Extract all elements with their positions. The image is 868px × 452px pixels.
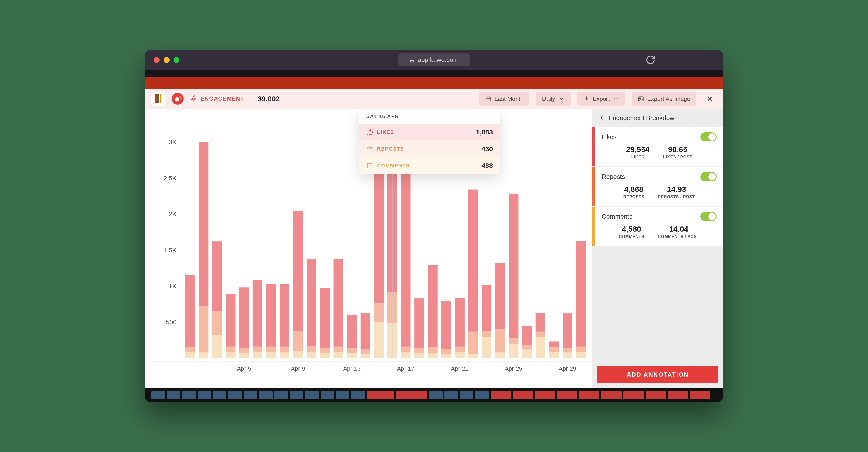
export-image-button[interactable]: Export As Image: [632, 92, 696, 105]
minimize-window-dot[interactable]: [164, 57, 169, 63]
svg-rect-34: [253, 347, 262, 353]
chart-zone: SAT 16 APR LIKES 1,883 REPOSTS 430 COMME…: [145, 109, 592, 388]
svg-rect-95: [522, 326, 532, 345]
mini-block: [305, 391, 319, 399]
svg-rect-28: [226, 347, 236, 353]
app-header: ENGAGEMENT 39,002 Last Month Daily Expor…: [145, 89, 723, 109]
svg-rect-29: [226, 294, 236, 347]
svg-rect-104: [563, 314, 572, 348]
toggle-reposts[interactable]: [700, 172, 717, 181]
svg-rect-76: [441, 349, 451, 354]
svg-rect-69: [414, 353, 424, 358]
toggle-likes[interactable]: [700, 132, 717, 141]
metric-card-reposts: Reposts 4,868 REPOSTS 14.93 REPOSTS / PO…: [592, 167, 723, 206]
reposts-avg: 14.93: [658, 185, 695, 194]
svg-point-4: [640, 98, 641, 99]
app-body: SAT 16 APR LIKES 1,883 REPOSTS 430 COMME…: [145, 109, 723, 388]
mini-block: [167, 391, 180, 399]
close-window-dot[interactable]: [154, 57, 160, 63]
reload-icon[interactable]: [646, 55, 655, 65]
engagement-chart[interactable]: SAT 16 APR LIKES 1,883 REPOSTS 430 COMME…: [145, 109, 592, 388]
svg-rect-93: [522, 350, 532, 358]
toggle-comments[interactable]: [700, 212, 717, 221]
svg-text:3K: 3K: [169, 138, 177, 146]
svg-rect-68: [401, 168, 411, 347]
svg-rect-53: [334, 259, 343, 347]
like-icon: [366, 129, 373, 136]
svg-rect-3: [639, 97, 643, 101]
svg-rect-22: [199, 306, 209, 352]
mini-block: [351, 391, 365, 399]
svg-rect-90: [508, 344, 518, 358]
mini-timeline: [145, 388, 723, 402]
mini-block: [197, 391, 211, 399]
export-button[interactable]: Export: [577, 92, 625, 105]
svg-rect-44: [293, 211, 303, 331]
granularity-select[interactable]: Daily: [536, 92, 570, 105]
svg-text:Apr 13: Apr 13: [343, 365, 361, 372]
svg-rect-83: [468, 190, 478, 331]
svg-rect-41: [280, 284, 289, 347]
site-top-bar: [145, 77, 723, 89]
svg-rect-62: [374, 156, 383, 302]
lock-icon: [410, 57, 414, 62]
mini-block: [557, 391, 577, 399]
image-icon: [638, 96, 644, 102]
svg-rect-30: [239, 353, 249, 358]
mini-block: [367, 391, 394, 399]
svg-rect-75: [441, 354, 451, 358]
svg-rect-19: [185, 347, 195, 352]
address-bar[interactable]: app.kawo.com: [398, 53, 470, 66]
svg-rect-70: [414, 348, 424, 353]
svg-rect-77: [441, 301, 451, 349]
svg-rect-49: [320, 348, 330, 353]
svg-rect-47: [307, 259, 316, 346]
weibo-icon: [172, 93, 184, 105]
svg-text:Apr 17: Apr 17: [397, 365, 414, 372]
close-icon: [706, 95, 713, 102]
svg-text:Apr 5: Apr 5: [237, 365, 251, 372]
mini-block: [444, 391, 458, 399]
svg-rect-94: [522, 345, 532, 349]
mini-block: [475, 391, 489, 399]
comments-total: 4,580: [619, 225, 644, 233]
svg-rect-73: [428, 347, 438, 353]
svg-point-1: [175, 97, 179, 102]
add-annotation-button[interactable]: ADD ANNOTATION: [597, 366, 718, 383]
mini-block: [151, 391, 165, 399]
brand-logo: [151, 92, 165, 105]
svg-rect-59: [361, 314, 370, 349]
svg-rect-78: [455, 352, 465, 358]
side-panel-header[interactable]: Engagement Breakdown: [592, 109, 723, 127]
reposts-total: 4,868: [623, 185, 644, 194]
svg-rect-103: [563, 348, 572, 352]
svg-rect-71: [414, 298, 424, 348]
svg-rect-55: [347, 348, 357, 353]
mini-block: [396, 391, 427, 399]
mini-block: [244, 391, 257, 399]
likes-avg: 90.65: [663, 145, 692, 154]
svg-rect-79: [455, 347, 465, 353]
mini-block: [668, 391, 688, 399]
mini-block: [690, 391, 710, 399]
svg-text:Apr 9: Apr 9: [291, 365, 305, 372]
tooltip-row-reposts: REPOSTS 430: [360, 140, 500, 157]
mini-block: [513, 391, 533, 399]
mini-block: [460, 391, 473, 399]
repost-icon: [366, 146, 373, 152]
zoom-window-dot[interactable]: [174, 57, 180, 63]
svg-rect-60: [374, 322, 383, 358]
close-panel-button[interactable]: [703, 92, 717, 105]
svg-rect-26: [212, 241, 222, 311]
mini-block: [213, 391, 226, 399]
svg-rect-52: [334, 347, 343, 353]
mini-block: [290, 391, 303, 399]
svg-rect-36: [266, 352, 276, 358]
date-range-picker[interactable]: Last Month: [479, 92, 530, 105]
window-controls: [154, 57, 180, 63]
svg-rect-100: [549, 347, 559, 352]
svg-rect-81: [468, 354, 478, 358]
tooltip-date: SAT 16 APR: [360, 109, 500, 124]
svg-text:500: 500: [166, 318, 177, 326]
svg-rect-89: [495, 263, 505, 329]
